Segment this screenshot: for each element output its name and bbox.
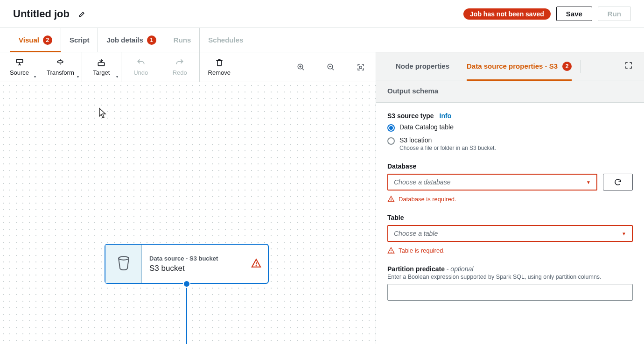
- panel-subtab-output-schema[interactable]: Output schema: [387, 87, 438, 95]
- source-icon: [15, 58, 24, 67]
- undo-label: Undo: [133, 69, 148, 76]
- panel-tab-data-source-badge: 2: [562, 62, 572, 71]
- panel-tab-node-properties-label: Node properties: [396, 62, 449, 70]
- tab-visual-badge: 2: [43, 35, 52, 45]
- radio-s3-location-help: Choose a file or folder in an S3 bucket.: [399, 145, 496, 151]
- tab-job-details-label: Job details: [106, 36, 143, 44]
- table-error: Table is required.: [399, 247, 445, 254]
- svg-point-7: [391, 201, 392, 201]
- caret-down-icon: ▼: [586, 180, 591, 185]
- canvas-toolbar: Source ▾ Transform ▾ Target ▾: [0, 52, 376, 82]
- tab-job-details-badge: 1: [147, 35, 156, 45]
- radio-data-catalog-label: Data Catalog table: [399, 123, 454, 131]
- database-placeholder: Choose a database: [394, 178, 450, 186]
- table-label: Table: [387, 214, 404, 221]
- divider: [580, 60, 581, 73]
- transform-label: Transform: [47, 69, 74, 76]
- optional-marker: - optional: [445, 265, 473, 273]
- warning-icon: [251, 258, 261, 270]
- partition-predicate-input[interactable]: [387, 284, 633, 301]
- svg-rect-0: [16, 59, 22, 63]
- table-select[interactable]: Choose a table ▼: [387, 225, 633, 242]
- node-kicker: Data source - S3 bucket: [149, 255, 218, 262]
- chevron-down-icon: ▾: [34, 75, 36, 79]
- refresh-databases-button[interactable]: [603, 174, 633, 191]
- node-label: S3 bucket: [149, 264, 218, 273]
- undo-button: Undo: [121, 52, 161, 82]
- info-link[interactable]: Info: [440, 112, 452, 120]
- tab-script-label: Script: [70, 36, 90, 44]
- table-placeholder: Choose a table: [394, 230, 438, 237]
- edge-line: [186, 288, 187, 344]
- s3-source-type-label: S3 source type: [387, 112, 434, 120]
- database-select[interactable]: Choose a database ▼: [387, 174, 597, 191]
- bucket-icon: [117, 255, 131, 273]
- target-icon: [97, 58, 106, 67]
- target-button[interactable]: Target ▾: [82, 52, 121, 82]
- panel-tab-data-source[interactable]: Data source properties - S3 2: [458, 52, 580, 80]
- partition-predicate-label: Partition predicate - optional: [387, 265, 473, 273]
- run-button: Run: [598, 7, 631, 21]
- radio-data-catalog[interactable]: [387, 124, 395, 132]
- tab-visual-label: Visual: [19, 36, 39, 44]
- redo-label: Redo: [173, 69, 187, 76]
- zoom-in-button[interactable]: [286, 52, 316, 82]
- tab-script[interactable]: Script: [61, 28, 98, 52]
- save-button[interactable]: Save: [556, 7, 592, 21]
- svg-rect-5: [360, 66, 362, 68]
- trash-icon: [215, 58, 224, 67]
- warning-icon: [387, 247, 395, 254]
- transform-button[interactable]: Transform ▾: [39, 52, 82, 82]
- node-s3-bucket[interactable]: Data source - S3 bucket S3 bucket: [105, 244, 269, 284]
- panel-tab-data-source-label: Data source properties - S3: [467, 62, 558, 70]
- caret-down-icon: ▼: [622, 231, 626, 236]
- source-label: Source: [10, 69, 29, 76]
- tab-runs-label: Runs: [174, 36, 191, 44]
- database-label: Database: [387, 162, 416, 170]
- fit-screen-button[interactable]: [346, 52, 376, 82]
- transform-icon: [56, 58, 65, 67]
- radio-s3-location[interactable]: [387, 137, 395, 145]
- svg-point-6: [256, 266, 257, 266]
- source-button[interactable]: Source ▾: [0, 52, 39, 82]
- tab-schedules-label: Schedules: [208, 36, 243, 44]
- tab-runs: Runs: [165, 28, 200, 52]
- unsaved-alert: Job has not been saved: [463, 8, 551, 20]
- tab-job-details[interactable]: Job details 1: [98, 28, 165, 52]
- canvas[interactable]: Data source - S3 bucket S3 bucket: [0, 82, 376, 344]
- chevron-down-icon: ▾: [116, 75, 118, 79]
- redo-icon: [175, 58, 184, 67]
- tab-schedules: Schedules: [200, 28, 252, 52]
- target-label: Target: [93, 69, 110, 76]
- svg-point-1: [58, 61, 63, 63]
- tab-visual[interactable]: Visual 2: [10, 28, 61, 52]
- page-title: Untitled job: [13, 8, 70, 20]
- expand-panel-button[interactable]: [624, 61, 633, 71]
- remove-label: Remove: [208, 69, 231, 76]
- partition-predicate-help: Enter a Boolean expression supported by …: [387, 274, 633, 280]
- remove-button[interactable]: Remove: [200, 52, 239, 82]
- edit-title-icon[interactable]: [78, 10, 86, 18]
- chevron-down-icon: ▾: [77, 75, 79, 79]
- zoom-out-button[interactable]: [316, 52, 346, 82]
- svg-rect-2: [98, 63, 105, 66]
- svg-point-8: [391, 252, 392, 253]
- cursor-icon: [98, 107, 107, 120]
- database-error: Database is required.: [399, 196, 456, 203]
- undo-icon: [136, 58, 146, 67]
- panel-tab-node-properties[interactable]: Node properties: [387, 52, 458, 80]
- redo-button: Redo: [161, 52, 200, 82]
- radio-s3-location-label: S3 location: [399, 136, 496, 144]
- node-output-port[interactable]: [183, 280, 190, 288]
- warning-icon: [387, 195, 395, 203]
